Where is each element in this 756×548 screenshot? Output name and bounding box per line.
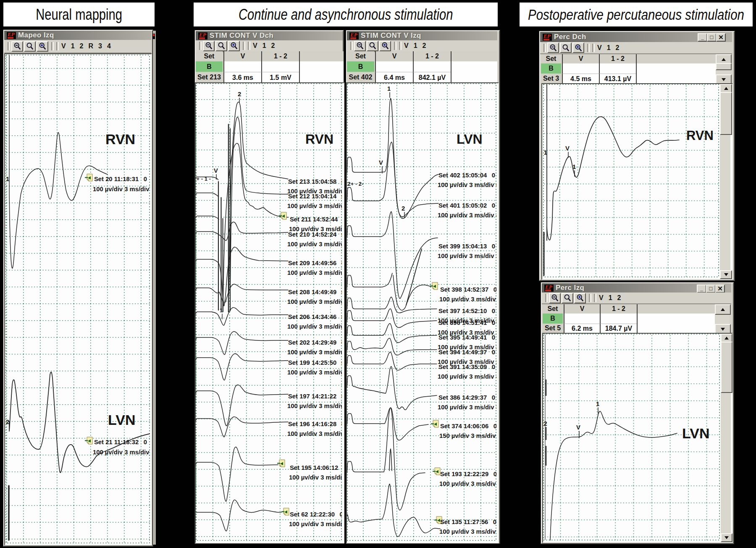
svg-text:2: 2: [6, 419, 9, 425]
svg-text:Set 395 14:49:41 0: Set 395 14:49:41 0: [438, 334, 495, 341]
svg-text:100 µv/div 3 ms/div 3: 100 µv/div 3 ms/div 3: [439, 296, 496, 303]
svg-text:RVN: RVN: [686, 128, 714, 143]
svg-text:Set 193 12:22:29 0: Set 193 12:22:29 0: [440, 471, 496, 477]
svg-text:1: 1: [596, 400, 599, 407]
svg-text:Set 396 14:51:41 0: Set 396 14:51:41 0: [438, 319, 495, 326]
svg-text:100 µv/div 3 ms/div 1:: 100 µv/div 3 ms/div 1:: [287, 241, 342, 248]
svg-text:150 µv/div 3 ms/div 6: 150 µv/div 3 ms/div 6: [439, 432, 496, 439]
svg-text:1: 1: [544, 149, 547, 156]
svg-text:Set 135 11:27:56 0: Set 135 11:27:56 0: [440, 519, 496, 525]
svg-text:RVN: RVN: [305, 132, 333, 147]
svg-text:100 µv/div 3 ms/div 4: 100 µv/div 3 ms/div 4: [438, 212, 496, 219]
svg-text:2: 2: [402, 205, 405, 212]
svg-text:2+ - 2-: 2+ - 2-: [348, 181, 364, 187]
svg-text:100 µv/div 3 ms/div: 100 µv/div 3 ms/div: [439, 480, 496, 487]
svg-text:1: 1: [387, 85, 391, 92]
svg-text:LVN: LVN: [108, 412, 135, 428]
svg-text:1: 1: [6, 176, 9, 182]
svg-text:Set 397 14:52:10 0: Set 397 14:52:10 0: [438, 308, 495, 314]
svg-text:LVN: LVN: [682, 425, 709, 441]
svg-text:RVN: RVN: [105, 131, 135, 147]
svg-text:100 µv/div 3 ms/div 2: 100 µv/div 3 ms/div 2: [93, 186, 150, 192]
svg-text:V: V: [379, 159, 383, 166]
svg-text:100 µv/div 3 ms/div 1:: 100 µv/div 3 ms/div 1:: [289, 474, 342, 481]
svg-text:Set 209 14:49:56 0: Set 209 14:49:56 0: [288, 260, 342, 266]
svg-text:Set 21 11:18:32 0: Set 21 11:18:32 0: [94, 439, 147, 445]
svg-text:100 µv/div 3 ms/div 2(: 100 µv/div 3 ms/div 2(: [287, 323, 342, 330]
svg-text:Set 206 14:34:46 0: Set 206 14:34:46 0: [288, 314, 342, 320]
svg-text:LVN: LVN: [457, 132, 483, 147]
svg-text:100 µv/div 3 ms/div 1:: 100 µv/div 3 ms/div 1:: [287, 269, 342, 276]
svg-text:100 µv/div 3 ms/div 2(: 100 µv/div 3 ms/div 2(: [287, 369, 342, 376]
svg-text:100 µv/div 3 ms/div 1(: 100 µv/div 3 ms/div 1(: [287, 298, 342, 305]
svg-text:100 µv/div 3 ms/div 4: 100 µv/div 3 ms/div 4: [438, 373, 496, 380]
svg-text:Set 62 12:22:30 0: Set 62 12:22:30 0: [290, 511, 342, 518]
svg-text:Set 391 14:35:09 0: Set 391 14:35:09 0: [438, 364, 495, 370]
svg-text:2: 2: [544, 420, 547, 427]
svg-text:Set 394 14:49:37 0: Set 394 14:49:37 0: [438, 349, 495, 356]
svg-text:Set 208 14:49:49 0: Set 208 14:49:49 0: [288, 289, 342, 295]
svg-text:100 µv/div 3 ms/div 6: 100 µv/div 3 ms/div 6: [438, 182, 496, 188]
svg-text:Set 211 14:52:44 0: Set 211 14:52:44 0: [290, 216, 342, 223]
svg-text:Set 20 11:18:31 0: Set 20 11:18:31 0: [94, 176, 147, 182]
svg-text:100 µv/div 3 ms/div 1:: 100 µv/div 3 ms/div 1:: [287, 430, 342, 437]
svg-text:100 µv/div 3 ms/div 3(: 100 µv/div 3 ms/div 3(: [287, 203, 342, 209]
svg-text:Set 213 15:04:58 0: Set 213 15:04:58 0: [288, 178, 342, 185]
svg-text:Set 398 14:52:37 0: Set 398 14:52:37 0: [440, 286, 496, 293]
svg-text:100 µv/div 3 ms/div 2(: 100 µv/div 3 ms/div 2(: [287, 349, 342, 356]
svg-text:Set 386 14:29:37 0: Set 386 14:29:37 0: [438, 394, 495, 401]
svg-text:1: 1: [572, 163, 576, 170]
svg-text:V: V: [576, 424, 580, 431]
svg-text:Set 195 14:06:12 0: Set 195 14:06:12 0: [290, 464, 342, 471]
svg-text:V: V: [214, 167, 218, 174]
svg-text:V: V: [565, 145, 570, 152]
svg-text:Set 212 15:04:14 0: Set 212 15:04:14 0: [288, 193, 342, 200]
svg-text:100 µv/div 3 ms/div 3: 100 µv/div 3 ms/div 3: [438, 404, 496, 411]
svg-text:100 µv/div 3 ms/div: 100 µv/div 3 ms/div: [439, 528, 496, 535]
svg-text:Set 202 14:29:49 0: Set 202 14:29:49 0: [288, 339, 342, 346]
svg-text:Set 402 15:05:04 0: Set 402 15:05:04 0: [438, 172, 495, 179]
svg-text:100 µv/div 3 ms/div 1:: 100 µv/div 3 ms/div 1:: [287, 403, 342, 409]
svg-text:100 µv/div 3 ms/div 3: 100 µv/div 3 ms/div 3: [438, 253, 496, 259]
svg-text:Set 197 14:21:22 0: Set 197 14:21:22 0: [288, 393, 342, 400]
svg-text:Set 196 14:16:28 0: Set 196 14:16:28 0: [288, 421, 342, 427]
svg-text:1: 1: [220, 307, 223, 314]
svg-text:2: 2: [238, 91, 241, 97]
svg-text:100 µv/div 3 ms/div 2: 100 µv/div 3 ms/div 2: [93, 449, 150, 456]
svg-text:Set 374 14:06:06 0: Set 374 14:06:06 0: [440, 423, 496, 429]
svg-text:Set 210 14:52:24 0: Set 210 14:52:24 0: [288, 231, 342, 238]
svg-text:100 µv/div 3 ms/div: 100 µv/div 3 ms/div: [289, 521, 342, 527]
svg-text:Set 399 15:04:13 0: Set 399 15:04:13 0: [438, 243, 495, 250]
svg-text:Set 199 14:25:50 0: Set 199 14:25:50 0: [288, 359, 342, 366]
svg-text:Set 401 15:05:02 0: Set 401 15:05:02 0: [438, 202, 495, 209]
